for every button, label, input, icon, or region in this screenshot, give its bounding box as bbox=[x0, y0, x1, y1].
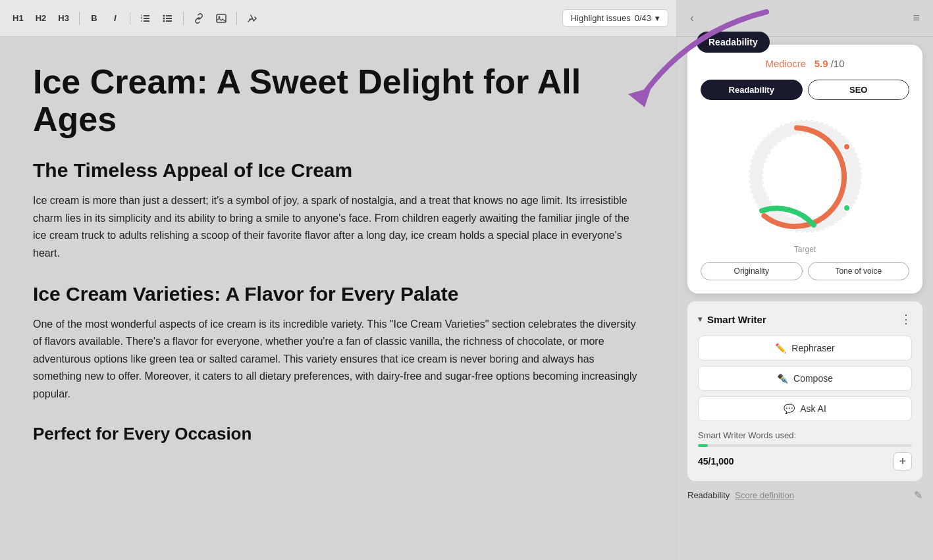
sidebar-menu-button[interactable]: ≡ bbox=[910, 9, 922, 28]
score-def-label: Readability Score definition bbox=[687, 490, 794, 500]
toolbar: H1 H2 H3 B I 1 2 3 bbox=[0, 0, 676, 37]
section2-body: One of the most wonderful aspects of ice… bbox=[33, 316, 643, 403]
section1-heading: The Timeless Appeal of Ice Cream bbox=[33, 159, 643, 182]
target-label: Target bbox=[794, 245, 816, 254]
bottom-tabs: Originality Tone of voice bbox=[701, 262, 909, 280]
score-total: /10 bbox=[831, 58, 845, 69]
svg-point-18 bbox=[843, 205, 850, 211]
smart-writer-more-button[interactable]: ⋮ bbox=[900, 312, 912, 326]
sw-chevron-icon: ▾ bbox=[698, 315, 702, 324]
section2-heading: Ice Cream Varieties: A Flavor for Every … bbox=[33, 283, 643, 305]
score-value: 5.9 bbox=[814, 58, 828, 69]
italic-button[interactable]: I bbox=[106, 9, 124, 28]
link-icon bbox=[194, 13, 204, 24]
divider-2 bbox=[130, 12, 130, 25]
rephraser-label: Rephraser bbox=[791, 343, 834, 353]
chevron-down-icon: ▾ bbox=[655, 13, 660, 23]
image-button[interactable] bbox=[211, 9, 231, 28]
link-button[interactable] bbox=[189, 9, 209, 28]
tab-row: Readability SEO bbox=[701, 80, 909, 100]
sidebar: ‹ ≡ Mediocre 5.9 /10 Readability SEO bbox=[676, 0, 933, 560]
compose-label: Compose bbox=[793, 373, 833, 384]
rephraser-button[interactable]: ✏️ Rephraser bbox=[698, 336, 912, 361]
image-icon bbox=[216, 13, 227, 24]
radial-chart-wrapper: Target bbox=[701, 111, 909, 254]
h3-button[interactable]: H3 bbox=[53, 9, 74, 28]
sidebar-close-button[interactable]: ‹ bbox=[687, 9, 697, 28]
words-used: 45 bbox=[698, 456, 708, 467]
unordered-list-icon bbox=[163, 13, 173, 24]
ordered-list-button[interactable]: 1 2 3 bbox=[136, 9, 155, 28]
compose-button[interactable]: ✒️ Compose bbox=[698, 366, 912, 391]
svg-point-17 bbox=[843, 143, 850, 150]
highlight-count: 0/43 bbox=[635, 13, 651, 23]
svg-rect-12 bbox=[217, 14, 226, 22]
ask-ai-icon: 💬 bbox=[784, 403, 795, 414]
editor-content[interactable]: Ice Cream: A Sweet Delight for All Ages … bbox=[0, 37, 676, 560]
svg-rect-1 bbox=[144, 18, 149, 19]
ask-ai-button[interactable]: 💬 Ask AI bbox=[698, 396, 912, 421]
svg-rect-0 bbox=[144, 15, 149, 16]
rephraser-icon: ✏️ bbox=[775, 343, 786, 353]
tab-seo[interactable]: SEO bbox=[808, 80, 910, 100]
edit-icon[interactable]: ✎ bbox=[914, 489, 922, 501]
svg-text:3: 3 bbox=[141, 19, 143, 22]
smart-writer-words-label: Smart Writer Words used: bbox=[698, 430, 912, 440]
radial-chart bbox=[739, 111, 871, 242]
tab-tone-of-voice[interactable]: Tone of voice bbox=[808, 262, 910, 280]
words-progress-fill bbox=[698, 444, 708, 447]
svg-point-11 bbox=[163, 20, 165, 22]
bold-button[interactable]: B bbox=[85, 9, 103, 28]
svg-rect-6 bbox=[166, 15, 172, 16]
highlight-label: Highlight issues bbox=[571, 13, 631, 23]
words-row: 45/1,000 + bbox=[698, 452, 912, 471]
smart-writer-label: Smart Writer bbox=[707, 314, 766, 325]
svg-rect-2 bbox=[144, 20, 149, 22]
words-total: 1,000 bbox=[710, 456, 733, 467]
smart-writer-header: ▾ Smart Writer ⋮ bbox=[698, 312, 912, 326]
section1-body: Ice cream is more than just a dessert; i… bbox=[33, 192, 643, 262]
svg-rect-7 bbox=[166, 18, 172, 19]
svg-point-9 bbox=[163, 14, 165, 16]
readability-badge-label: Readability bbox=[708, 37, 758, 47]
editor-container: H1 H2 H3 B I 1 2 3 bbox=[0, 0, 676, 560]
svg-point-10 bbox=[163, 17, 165, 19]
words-count: 45/1,000 bbox=[698, 456, 734, 467]
divider-1 bbox=[79, 12, 80, 25]
add-words-button[interactable]: + bbox=[893, 452, 912, 471]
h1-button[interactable]: H1 bbox=[8, 9, 28, 28]
svg-point-13 bbox=[218, 16, 220, 18]
score-definition-link[interactable]: Score definition bbox=[735, 490, 794, 500]
h2-button[interactable]: H2 bbox=[31, 9, 51, 28]
score-card: Mediocre 5.9 /10 Readability SEO bbox=[687, 45, 922, 293]
readability-badge: Readability bbox=[697, 32, 770, 53]
ordered-list-icon: 1 2 3 bbox=[140, 13, 151, 24]
smart-writer-section: ▾ Smart Writer ⋮ ✏️ Rephraser ✒️ Compose… bbox=[687, 301, 922, 481]
svg-rect-8 bbox=[166, 20, 172, 22]
tab-originality[interactable]: Originality bbox=[701, 262, 803, 280]
words-progress-bar bbox=[698, 444, 912, 447]
section3-heading: Perfect for Every Occasion bbox=[33, 424, 643, 444]
unordered-list-button[interactable] bbox=[158, 9, 178, 28]
divider-3 bbox=[183, 12, 184, 25]
ask-ai-label: Ask AI bbox=[800, 403, 826, 414]
doc-title: Ice Cream: A Sweet Delight for All Ages bbox=[33, 63, 643, 138]
toolbar-left: H1 H2 H3 B I 1 2 3 bbox=[8, 9, 262, 28]
clear-format-button[interactable] bbox=[242, 9, 262, 28]
tab-readability[interactable]: Readability bbox=[701, 80, 803, 100]
score-label: Mediocre 5.9 /10 bbox=[701, 58, 909, 69]
compose-icon: ✒️ bbox=[777, 373, 788, 384]
clear-format-icon bbox=[247, 13, 257, 24]
smart-writer-title: ▾ Smart Writer bbox=[698, 314, 766, 325]
score-quality: Mediocre bbox=[765, 58, 806, 69]
highlight-issues-button[interactable]: Highlight issues 0/43 ▾ bbox=[562, 9, 668, 27]
score-def-row: Readability Score definition ✎ bbox=[677, 481, 933, 504]
score-def-readability: Readability bbox=[687, 490, 730, 500]
divider-4 bbox=[236, 12, 237, 25]
